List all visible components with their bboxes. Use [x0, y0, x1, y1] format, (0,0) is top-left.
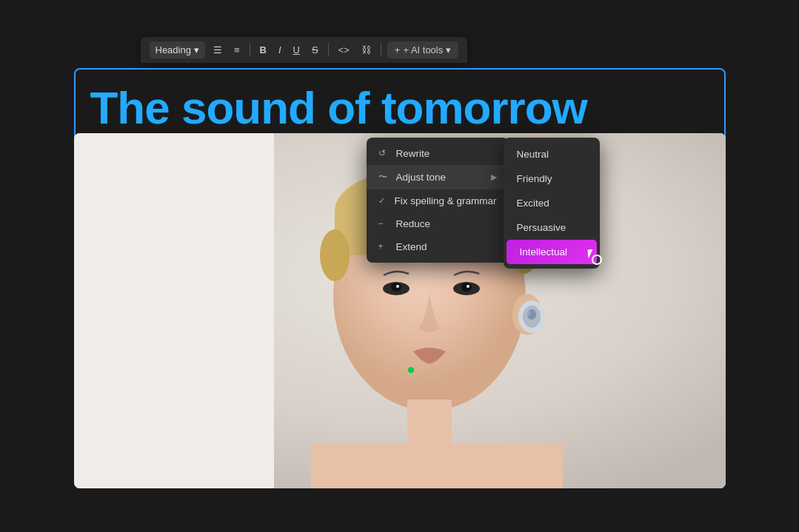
- adjust-tone-icon: 〜: [378, 171, 390, 183]
- strikethrough-icon: S: [312, 44, 318, 55]
- svg-rect-21: [407, 400, 452, 459]
- heading-select[interactable]: Heading ▾: [150, 41, 205, 58]
- extend-icon: +: [378, 241, 390, 252]
- svg-rect-1: [74, 133, 274, 488]
- toolbar-divider-1: [250, 43, 250, 56]
- svg-point-14: [467, 285, 469, 288]
- strikethrough-button[interactable]: S: [308, 42, 322, 58]
- bold-icon: B: [260, 44, 267, 55]
- adjust-tone-menu-item[interactable]: 〜 Adjust tone ▶: [367, 165, 509, 189]
- intellectual-label: Intellectual: [520, 246, 568, 257]
- rewrite-label: Rewrite: [396, 148, 430, 159]
- code-icon: <>: [338, 44, 350, 55]
- check-icon: ✓: [378, 196, 389, 206]
- primary-dropdown-menu: ↺ Rewrite 〜 Adjust tone ▶ ✓ Fix spelling…: [367, 138, 509, 263]
- bold-button[interactable]: B: [256, 42, 270, 58]
- reduce-menu-item[interactable]: − Reduce: [367, 212, 509, 235]
- numbered-list-button[interactable]: ≡: [230, 42, 244, 58]
- toolbar: Heading ▾ ☰ ≡ B I U S <> ⛓ +: [141, 37, 468, 63]
- toolbar-divider-3: [381, 43, 381, 56]
- bullet-list-button[interactable]: ☰: [210, 42, 226, 58]
- tone-submenu: Neutral Friendly Excited Persuasive Inte…: [504, 138, 600, 269]
- italic-icon: I: [278, 44, 281, 55]
- heading-chevron-icon: ▾: [194, 44, 199, 55]
- friendly-tone-item[interactable]: Friendly: [504, 166, 600, 191]
- mouse-cursor-icon: [588, 249, 604, 266]
- code-button[interactable]: <>: [335, 42, 353, 58]
- extend-label: Extend: [396, 241, 427, 252]
- reduce-label: Reduce: [396, 218, 431, 229]
- ai-tools-label: + AI tools: [403, 44, 443, 55]
- persuasive-tone-item[interactable]: Persuasive: [504, 215, 600, 240]
- excited-label: Excited: [517, 198, 549, 209]
- link-button[interactable]: ⛓: [358, 42, 375, 58]
- numbered-list-icon: ≡: [234, 44, 240, 55]
- svg-point-20: [408, 367, 414, 373]
- reduce-icon: −: [378, 218, 390, 229]
- italic-button[interactable]: I: [275, 42, 285, 58]
- neutral-tone-item[interactable]: Neutral: [504, 142, 600, 166]
- rewrite-menu-item[interactable]: ↺ Rewrite: [367, 142, 509, 165]
- adjust-tone-arrow-icon: ▶: [491, 172, 497, 182]
- heading-label: Heading: [156, 44, 191, 55]
- neutral-label: Neutral: [517, 149, 549, 160]
- rewrite-icon: ↺: [378, 148, 390, 158]
- bullet-list-icon: ☰: [213, 44, 222, 55]
- underline-icon: U: [293, 44, 300, 55]
- adjust-tone-label: Adjust tone: [396, 172, 447, 183]
- fix-spelling-menu-item[interactable]: ✓ Fix spelling & grammar: [367, 189, 509, 212]
- persuasive-label: Persuasive: [517, 222, 566, 233]
- heading-text: The sound of tomorrow: [90, 81, 587, 134]
- toolbar-divider-2: [328, 43, 329, 56]
- underline-button[interactable]: U: [290, 42, 304, 58]
- excited-tone-item[interactable]: Excited: [504, 191, 600, 215]
- ai-tools-button[interactable]: + + AI tools ▾: [387, 41, 458, 58]
- workspace: Heading ▾ ☰ ≡ B I U S <> ⛓ +: [74, 37, 726, 496]
- link-icon: ⛓: [361, 44, 371, 55]
- intellectual-tone-item[interactable]: Intellectual: [507, 240, 597, 264]
- friendly-label: Friendly: [517, 173, 552, 184]
- fix-spelling-label: Fix spelling & grammar: [395, 195, 497, 206]
- ai-tools-chevron-icon: ▾: [446, 44, 451, 55]
- svg-point-19: [526, 310, 531, 316]
- svg-point-13: [461, 283, 472, 292]
- svg-point-11: [396, 285, 399, 288]
- ai-tools-plus-icon: +: [395, 44, 401, 55]
- svg-point-7: [320, 229, 350, 281]
- extend-menu-item[interactable]: + Extend: [367, 235, 509, 258]
- svg-point-10: [391, 283, 401, 292]
